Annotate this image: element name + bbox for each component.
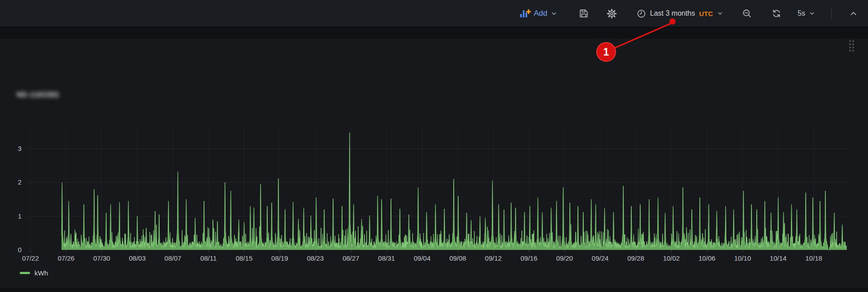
x-axis-label: 10/14 [760, 254, 796, 262]
x-axis-label: 10/02 [653, 254, 689, 262]
timezone-label: UTC [699, 10, 713, 17]
collapse-toolbar-button[interactable] [846, 7, 861, 20]
x-axis-label: 07/22 [13, 254, 48, 262]
chevron-down-icon [809, 10, 815, 17]
x-axis-label: 08/15 [226, 254, 262, 262]
save-dashboard-button[interactable] [575, 6, 592, 21]
x-axis-label: 09/08 [440, 254, 476, 262]
x-axis-label: 08/03 [119, 254, 155, 262]
legend-series-swatch [20, 272, 30, 274]
x-axis-label: 09/12 [475, 254, 511, 262]
toolbar-divider [831, 8, 832, 19]
magnifier-minus-icon [742, 9, 752, 18]
gear-icon [607, 9, 617, 19]
y-axis-label: 1 [0, 212, 22, 220]
chart-plot-area[interactable] [27, 127, 850, 258]
legend-item-kwh[interactable]: kWh [20, 269, 48, 277]
y-axis-label: 2 [0, 178, 22, 186]
x-axis-label: 10/18 [796, 254, 832, 262]
x-axis-label: 08/31 [369, 254, 404, 262]
x-axis-label: 07/26 [48, 254, 84, 262]
x-axis-label: 07/30 [84, 254, 120, 262]
refresh-interval-label: 5s [798, 9, 805, 17]
add-panel-button[interactable]: Add [516, 5, 561, 21]
panel-title[interactable]: ND-1183382 [17, 91, 59, 99]
panel-drag-handle-icon[interactable] [849, 40, 855, 53]
x-axis-label: 08/23 [297, 254, 333, 262]
time-range-picker[interactable]: Last 3 months UTC [633, 6, 727, 21]
refresh-icon [772, 9, 781, 18]
grafana-dashboard: Add [0, 0, 868, 292]
x-axis-label: 08/19 [262, 254, 298, 262]
x-axis-label: 09/24 [582, 254, 618, 262]
x-axis-label: 08/11 [191, 254, 226, 262]
zoom-out-time-button[interactable] [738, 6, 755, 21]
x-axis-label: 09/04 [404, 254, 440, 262]
refresh-button[interactable] [768, 6, 785, 21]
chevron-down-icon [717, 10, 723, 17]
legend-series-label: kWh [35, 269, 48, 277]
bar-chart-plus-icon [519, 8, 531, 19]
dashboard-settings-button[interactable] [603, 6, 621, 21]
clock-icon [637, 9, 646, 18]
kwh-series-line [61, 133, 847, 250]
x-axis-label: 10/10 [725, 254, 760, 262]
x-axis-label: 10/06 [689, 254, 725, 262]
chevron-down-icon [551, 10, 557, 17]
panel-bottom-edge [0, 288, 868, 292]
submenu-strip [0, 28, 868, 39]
x-axis-label: 08/07 [155, 254, 191, 262]
refresh-interval-dropdown[interactable]: 5s [794, 7, 819, 20]
dashboard-toolbar: Add [0, 0, 868, 28]
save-floppy-icon [579, 9, 589, 18]
y-axis-label: 3 [0, 145, 22, 152]
x-axis-label: 09/16 [511, 254, 547, 262]
y-axis-label: 0 [0, 246, 22, 253]
time-range-label: Last 3 months [650, 9, 695, 17]
x-axis-label: 09/20 [547, 254, 582, 262]
caret-up-icon [850, 10, 857, 17]
x-axis-label: 08/27 [333, 254, 369, 262]
x-axis-label: 09/28 [618, 254, 654, 262]
add-button-label: Add [534, 9, 547, 18]
